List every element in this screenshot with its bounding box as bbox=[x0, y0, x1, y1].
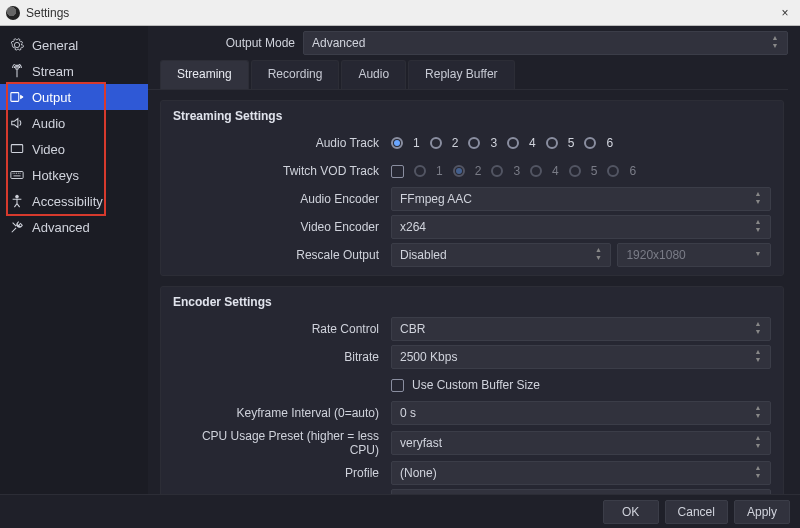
keyframe-label: Keyframe Interval (0=auto) bbox=[173, 406, 383, 420]
profile-select[interactable]: (None)▲▼ bbox=[391, 461, 771, 485]
apply-button[interactable]: Apply bbox=[734, 500, 790, 524]
audio-encoder-select[interactable]: FFmpeg AAC▲▼ bbox=[391, 187, 771, 211]
sidebar-item-video[interactable]: Video bbox=[0, 136, 148, 162]
cpu-preset-select[interactable]: veryfast▲▼ bbox=[391, 431, 771, 455]
sidebar-item-label: Video bbox=[32, 142, 65, 157]
rate-control-select[interactable]: CBR▲▼ bbox=[391, 317, 771, 341]
ok-button[interactable]: OK bbox=[603, 500, 659, 524]
output-icon bbox=[10, 90, 24, 104]
titlebar: Settings × bbox=[0, 0, 800, 26]
tab-audio[interactable]: Audio bbox=[341, 60, 406, 89]
sidebar-item-label: Stream bbox=[32, 64, 74, 79]
updown-icon: ▲▼ bbox=[767, 34, 783, 50]
audio-track-radio-6[interactable] bbox=[584, 137, 596, 149]
sidebar-item-audio[interactable]: Audio bbox=[0, 110, 148, 136]
custom-buffer-row: Use Custom Buffer Size bbox=[161, 371, 783, 399]
button-bar: OK Cancel Apply bbox=[0, 494, 800, 528]
audio-icon bbox=[10, 116, 24, 130]
vod-track-radio-2[interactable] bbox=[453, 165, 465, 177]
custom-buffer-checkbox[interactable] bbox=[391, 379, 404, 392]
video-encoder-row: Video Encoder x264▲▼ bbox=[161, 213, 783, 241]
vod-track-radio-3[interactable] bbox=[491, 165, 503, 177]
audio-track-label: Audio Track bbox=[173, 136, 383, 150]
track-label: 3 bbox=[513, 164, 520, 178]
antenna-icon bbox=[10, 64, 24, 78]
updown-icon: ▲▼ bbox=[750, 190, 766, 206]
spinner-icon[interactable]: ▲▼ bbox=[750, 404, 766, 420]
cancel-button[interactable]: Cancel bbox=[665, 500, 728, 524]
track-label: 2 bbox=[475, 164, 482, 178]
select-value: x264 bbox=[400, 220, 426, 234]
settings-scroll[interactable]: Streaming Settings Audio Track 1 2 3 4 5… bbox=[148, 90, 796, 494]
updown-icon: ▲▼ bbox=[750, 218, 766, 234]
tab-label: Replay Buffer bbox=[425, 67, 498, 81]
track-label: 5 bbox=[591, 164, 598, 178]
input-value: 0 s bbox=[400, 406, 416, 420]
profile-row: Profile (None)▲▼ bbox=[161, 459, 783, 487]
audio-encoder-label: Audio Encoder bbox=[173, 192, 383, 206]
tab-replay-buffer[interactable]: Replay Buffer bbox=[408, 60, 515, 89]
select-value: Disabled bbox=[400, 248, 447, 262]
updown-icon: ▲▼ bbox=[590, 246, 606, 262]
updown-icon: ▲▼ bbox=[750, 464, 766, 480]
panel-title: Encoder Settings bbox=[161, 287, 783, 315]
button-label: Apply bbox=[747, 505, 777, 519]
bitrate-row: Bitrate 2500 Kbps▲▼ bbox=[161, 343, 783, 371]
select-value: 1920x1080 bbox=[626, 248, 685, 262]
video-encoder-select[interactable]: x264▲▼ bbox=[391, 215, 771, 239]
select-value: CBR bbox=[400, 322, 425, 336]
audio-encoder-row: Audio Encoder FFmpeg AAC▲▼ bbox=[161, 185, 783, 213]
sidebar-item-output[interactable]: Output bbox=[0, 84, 148, 110]
shell: General Stream Output Audio Video Hotkey… bbox=[0, 26, 800, 494]
tab-streaming[interactable]: Streaming bbox=[160, 60, 249, 89]
video-encoder-label: Video Encoder bbox=[173, 220, 383, 234]
sidebar-item-label: Output bbox=[32, 90, 71, 105]
cpu-preset-row: CPU Usage Preset (higher = less CPU) ver… bbox=[161, 427, 783, 459]
twitch-vod-checkbox[interactable] bbox=[391, 165, 404, 178]
audio-track-radio-4[interactable] bbox=[507, 137, 519, 149]
vod-track-radio-4[interactable] bbox=[530, 165, 542, 177]
keyframe-row: Keyframe Interval (0=auto) 0 s▲▼ bbox=[161, 399, 783, 427]
track-label: 2 bbox=[452, 136, 459, 150]
output-mode-select[interactable]: Advanced ▲▼ bbox=[303, 31, 788, 55]
rescale-select[interactable]: Disabled▲▼ bbox=[391, 243, 611, 267]
sidebar-item-hotkeys[interactable]: Hotkeys bbox=[0, 162, 148, 188]
audio-track-radio-1[interactable] bbox=[391, 137, 403, 149]
sidebar-item-label: Advanced bbox=[32, 220, 90, 235]
audio-track-group: 1 2 3 4 5 6 bbox=[391, 136, 771, 150]
close-icon[interactable]: × bbox=[776, 6, 794, 20]
tune-select[interactable]: (None)▲▼ bbox=[391, 489, 771, 494]
track-label: 3 bbox=[490, 136, 497, 150]
output-mode-value: Advanced bbox=[312, 36, 365, 50]
custom-buffer-label: Use Custom Buffer Size bbox=[412, 378, 540, 392]
audio-track-radio-3[interactable] bbox=[468, 137, 480, 149]
sidebar: General Stream Output Audio Video Hotkey… bbox=[0, 26, 148, 494]
rate-control-row: Rate Control CBR▲▼ bbox=[161, 315, 783, 343]
track-label: 1 bbox=[413, 136, 420, 150]
audio-track-radio-5[interactable] bbox=[546, 137, 558, 149]
tab-label: Recording bbox=[268, 67, 323, 81]
audio-track-row: Audio Track 1 2 3 4 5 6 bbox=[161, 129, 783, 157]
spinner-icon[interactable]: ▲▼ bbox=[750, 348, 766, 364]
audio-track-radio-2[interactable] bbox=[430, 137, 442, 149]
tools-icon bbox=[10, 220, 24, 234]
svg-point-3 bbox=[16, 195, 19, 198]
sidebar-item-advanced[interactable]: Advanced bbox=[0, 214, 148, 240]
tab-label: Audio bbox=[358, 67, 389, 81]
input-value: 2500 Kbps bbox=[400, 350, 457, 364]
rescale-label: Rescale Output bbox=[173, 248, 383, 262]
rescale-resolution-select[interactable]: 1920x1080▼ bbox=[617, 243, 771, 267]
sidebar-item-accessibility[interactable]: Accessibility bbox=[0, 188, 148, 214]
vod-track-radio-6[interactable] bbox=[607, 165, 619, 177]
keyframe-input[interactable]: 0 s▲▼ bbox=[391, 401, 771, 425]
sidebar-item-general[interactable]: General bbox=[0, 32, 148, 58]
bitrate-input[interactable]: 2500 Kbps▲▼ bbox=[391, 345, 771, 369]
encoder-settings-panel: Encoder Settings Rate Control CBR▲▼ Bitr… bbox=[160, 286, 784, 494]
track-label: 6 bbox=[629, 164, 636, 178]
tab-recording[interactable]: Recording bbox=[251, 60, 340, 89]
vod-track-radio-5[interactable] bbox=[569, 165, 581, 177]
updown-icon: ▲▼ bbox=[750, 434, 766, 450]
vod-track-radio-1[interactable] bbox=[414, 165, 426, 177]
output-mode-row: Output Mode Advanced ▲▼ bbox=[148, 26, 800, 56]
sidebar-item-stream[interactable]: Stream bbox=[0, 58, 148, 84]
